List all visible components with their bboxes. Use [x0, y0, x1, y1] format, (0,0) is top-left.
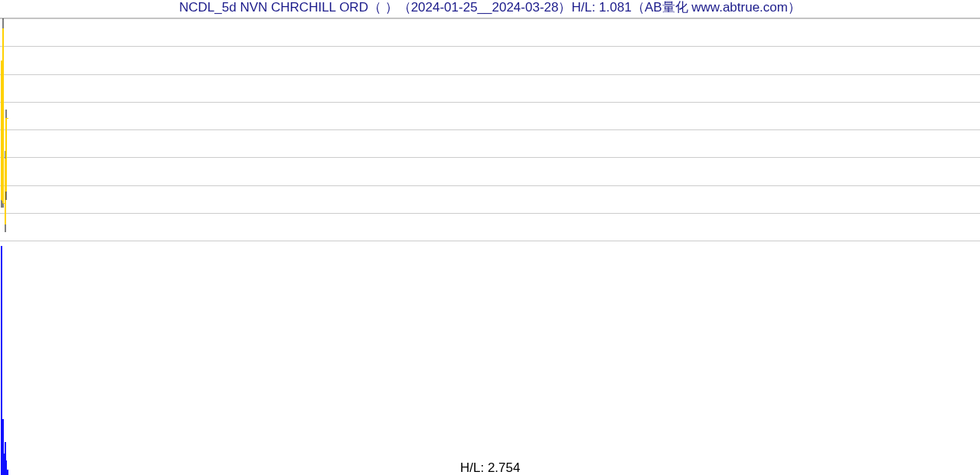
candle [7, 18, 8, 241]
price-panel [0, 18, 980, 241]
price-gridline [0, 185, 980, 186]
price-gridline [0, 46, 980, 47]
price-gridline [0, 213, 980, 214]
price-gridline [0, 129, 980, 130]
price-gridline [0, 18, 980, 19]
volume-bar [7, 470, 8, 475]
volume-hl-label: H/L: 2.754 [460, 460, 520, 475]
chart-title: NCDL_5d NVN CHRCHILL ORD（ ）（2024-01-25__… [0, 0, 980, 18]
volume-panel: H/L: 2.754 [0, 241, 980, 475]
price-gridline [0, 157, 980, 158]
price-gridline [0, 74, 980, 75]
price-gridline [0, 102, 980, 103]
